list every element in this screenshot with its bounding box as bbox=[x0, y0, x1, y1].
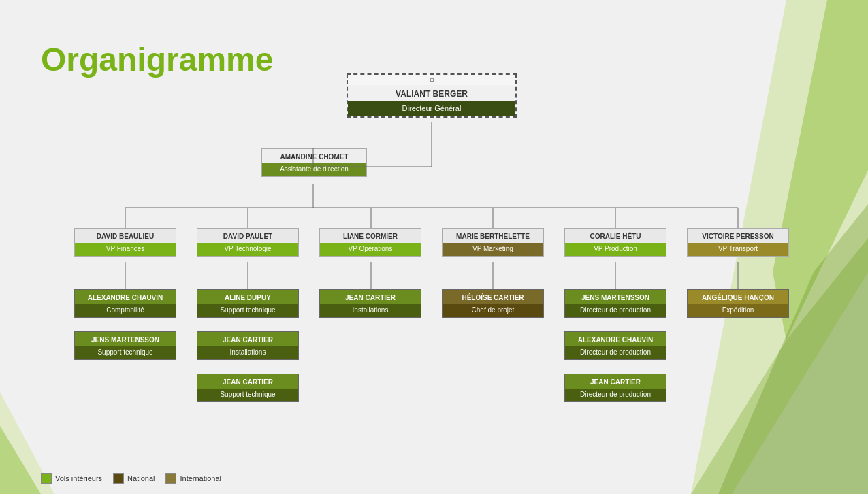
legend: Vols intérieurs National International bbox=[41, 473, 221, 484]
node-jens-martensson-5: JENS MARTENSSON Directeur de production bbox=[564, 289, 666, 318]
node-name-ac5: ALEXANDRE CHAUVIN bbox=[565, 332, 666, 346]
node-amandine: AMANDINE CHOMET Assistante de direction bbox=[261, 148, 367, 177]
node-role-amandine: Assistante de direction bbox=[262, 163, 366, 176]
node-name-valiant: VALIANT BERGER bbox=[348, 85, 515, 101]
legend-label-international: International bbox=[180, 474, 221, 482]
legend-box-international bbox=[165, 473, 176, 484]
node-role-jci3: Installations bbox=[320, 304, 421, 317]
node-david-beaulieu: DAVID BEAULIEU VP Finances bbox=[74, 228, 176, 257]
node-role-dp: VP Technologie bbox=[197, 243, 298, 256]
node-name-hc: HÉLOÏSE CARTIER bbox=[443, 290, 543, 304]
node-name-jm1: JENS MARTENSSON bbox=[75, 332, 176, 346]
node-jean-cartier-installations-2: JEAN CARTIER Installations bbox=[197, 331, 299, 360]
legend-box-vols bbox=[41, 473, 52, 484]
node-role-ch: VP Production bbox=[565, 243, 666, 256]
legend-item-national: National bbox=[113, 473, 155, 484]
page-title: Organigramme bbox=[41, 41, 273, 78]
node-role-ad: Support technique bbox=[197, 304, 298, 317]
node-role-jc5: Directeur de production bbox=[565, 389, 666, 401]
node-name-lc: LIANE CORMIER bbox=[320, 229, 421, 243]
node-role-db: VP Finances bbox=[75, 243, 176, 256]
node-role-mb: VP Marketing bbox=[443, 243, 543, 256]
legend-label-national: National bbox=[127, 474, 155, 482]
node-coralie-hetu: CORALIE HÉTU VP Production bbox=[564, 228, 666, 257]
node-jean-cartier-installations-3: JEAN CARTIER Installations bbox=[319, 289, 421, 318]
legend-item-vols: Vols intérieurs bbox=[41, 473, 102, 484]
node-angelique-hancon: ANGÉLIQUE HANÇON Expédition bbox=[687, 289, 789, 318]
node-aline-dupuy: ALINE DUPUY Support technique bbox=[197, 289, 299, 318]
node-name-ad: ALINE DUPUY bbox=[197, 290, 298, 304]
node-role-ah: Expédition bbox=[688, 304, 788, 317]
legend-box-national bbox=[113, 473, 124, 484]
node-role-jcs2: Support technique bbox=[197, 389, 298, 401]
node-name-ac1: ALEXANDRE CHAUVIN bbox=[75, 290, 176, 304]
node-role-jm5: Directeur de production bbox=[565, 304, 666, 317]
node-alexandre-chauvin-5: ALEXANDRE CHAUVIN Directeur de productio… bbox=[564, 331, 666, 360]
legend-item-international: International bbox=[165, 473, 221, 484]
node-alexandre-chauvin-1: ALEXANDRE CHAUVIN Comptabilité bbox=[74, 289, 176, 318]
node-role-jm1: Support technique bbox=[75, 346, 176, 359]
node-role-lc: VP Opérations bbox=[320, 243, 421, 256]
node-jean-cartier-5: JEAN CARTIER Directeur de production bbox=[564, 374, 666, 402]
node-name-ah: ANGÉLIQUE HANÇON bbox=[688, 290, 788, 304]
node-name-jc5: JEAN CARTIER bbox=[565, 374, 666, 389]
node-jens-martensson-1: JENS MARTENSSON Support technique bbox=[74, 331, 176, 360]
node-name-jci2: JEAN CARTIER bbox=[197, 332, 298, 346]
node-name-mb: MARIE BERTHELETTE bbox=[443, 229, 543, 243]
node-marie-berthelette: MARIE BERTHELETTE VP Marketing bbox=[442, 228, 544, 257]
node-heloise-cartier: HÉLOÏSE CARTIER Chef de projet bbox=[442, 289, 544, 318]
node-role-valiant: Directeur Général bbox=[348, 101, 515, 116]
node-name-jm5: JENS MARTENSSON bbox=[565, 290, 666, 304]
node-role-vp: VP Transport bbox=[688, 243, 788, 256]
node-role-ac1: Comptabilité bbox=[75, 304, 176, 317]
node-david-paulet: DAVID PAULET VP Technologie bbox=[197, 228, 299, 257]
node-name-vp: VICTOIRE PERESSON bbox=[688, 229, 788, 243]
legend-label-vols: Vols intérieurs bbox=[55, 474, 102, 482]
node-victoire-peresson: VICTOIRE PERESSON VP Transport bbox=[687, 228, 789, 257]
node-role-jci2: Installations bbox=[197, 346, 298, 359]
node-role-ac5: Directeur de production bbox=[565, 346, 666, 359]
node-name-ch: CORALIE HÉTU bbox=[565, 229, 666, 243]
node-name-dp: DAVID PAULET bbox=[197, 229, 298, 243]
node-name-jci3: JEAN CARTIER bbox=[320, 290, 421, 304]
node-name-jcs2: JEAN CARTIER bbox=[197, 374, 298, 389]
node-valiant-berger: ⚙ VALIANT BERGER Directeur Général bbox=[347, 73, 517, 118]
node-name-amandine: AMANDINE CHOMET bbox=[262, 149, 366, 163]
node-name-db: DAVID BEAULIEU bbox=[75, 229, 176, 243]
node-role-hc: Chef de projet bbox=[443, 304, 543, 317]
node-liane-cormier: LIANE CORMIER VP Opérations bbox=[319, 228, 421, 257]
node-jean-cartier-support-2: JEAN CARTIER Support technique bbox=[197, 374, 299, 402]
